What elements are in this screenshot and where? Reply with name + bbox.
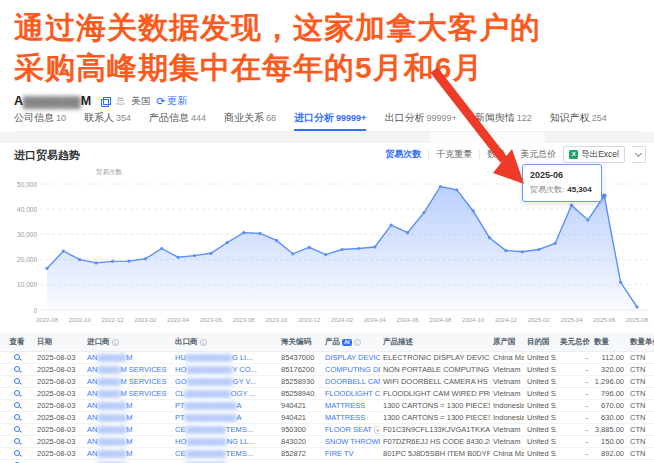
svg-text:2023-04: 2023-04 — [167, 317, 190, 323]
unit-cell: CTN — [627, 376, 654, 387]
origin-cell: Indonesia — [490, 400, 524, 411]
magnifier-icon[interactable] — [14, 450, 20, 456]
exporter-prefix: HU — [175, 353, 186, 362]
column-header-2[interactable]: 进口商i — [84, 333, 172, 351]
column-header-9[interactable]: 美元总价 — [557, 333, 591, 351]
exporter-link[interactable]: HO▇▇▇▇▇▇▇NG LL... — [172, 436, 278, 447]
svg-text:2023-08: 2023-08 — [233, 317, 256, 323]
quantity-cell: 112.00 — [591, 352, 627, 363]
tab-进口分析[interactable]: 进口分析99999+ — [294, 111, 366, 131]
importer-prefix: AN — [87, 413, 97, 422]
column-header-6[interactable]: 产品描述 — [380, 333, 490, 351]
tab-商业关系[interactable]: 商业关系68 — [224, 111, 276, 131]
table-row: 2025-08-03AN▇▇▇▇▇MPT▇▇▇▇▇▇▇▇▇A940421MATT… — [0, 412, 654, 424]
importer-link[interactable]: AN▇▇▇▇M SERVICES — [84, 376, 172, 387]
exporter-link[interactable]: CE▇▇▇▇▇▇▇TEMS... — [172, 424, 278, 435]
company-name-blurred: ▇▇▇▇▇▇ — [23, 94, 81, 109]
importer-link[interactable]: AN▇▇▇▇▇M — [84, 424, 172, 435]
exporter-link[interactable]: GO▇▇▇▇▇▇▇▇GY V... — [172, 376, 278, 387]
magnifier-icon[interactable] — [14, 378, 20, 384]
product-link[interactable]: FLOOR SEAT+3 — [322, 424, 380, 435]
column-header-7[interactable]: 原产国 — [490, 333, 524, 351]
importer-blurred: ▇▇▇▇▇ — [97, 425, 126, 434]
product-link[interactable]: COMPUTING DEVICE — [322, 364, 380, 375]
product-link[interactable]: SNOW THROWER — [322, 436, 380, 447]
origin-cell: China Ma... — [490, 352, 524, 363]
copy-icon[interactable] — [101, 97, 110, 106]
magnifier-icon[interactable] — [14, 354, 20, 360]
tab-公司信息[interactable]: 公司信息10 — [14, 111, 66, 131]
magnifier-icon[interactable] — [14, 402, 20, 408]
exporter-suffix: Y CO... — [232, 365, 256, 374]
svg-text:2022-10: 2022-10 — [69, 317, 92, 323]
exporter-suffix: TEMS... — [226, 449, 253, 458]
usd-total-cell: - — [557, 364, 591, 375]
column-header-5[interactable]: 产品AIi — [322, 333, 380, 351]
column-header-0[interactable]: 查看 — [0, 333, 34, 351]
tooltip-label: 贸易次数: — [530, 185, 564, 194]
exporter-link[interactable]: PT▇▇▇▇▇▇▇▇▇A — [172, 412, 278, 423]
importer-suffix: M SERVICES — [121, 389, 167, 398]
hs-code-cell: 852872 — [278, 448, 322, 459]
tab-出口分析[interactable]: 出口分析99999+ — [384, 111, 456, 131]
product-link[interactable]: DISPLAY DEVICE — [322, 352, 380, 363]
product-link[interactable]: DOORBELL CAMERA — [322, 376, 380, 387]
magnifier-icon[interactable] — [14, 414, 20, 420]
description-cell: ELECTRONIC DISPLAY DEVICE HTS CODE 8... — [380, 352, 490, 363]
hs-code-cell: 940421 — [278, 412, 322, 423]
importer-link[interactable]: AN▇▇▇▇▇M — [84, 448, 172, 459]
exporter-prefix: PT — [175, 401, 185, 410]
column-header-3[interactable]: 出口商i — [172, 333, 278, 351]
tab-产品信息[interactable]: 产品信息444 — [149, 111, 206, 131]
product-link[interactable]: FLOODLIGHT CAM — [322, 388, 380, 399]
magnifier-icon[interactable] — [14, 426, 20, 432]
refresh-icon: ⟳ — [156, 96, 165, 106]
refresh-button[interactable]: ⟳更新 — [156, 94, 187, 108]
tab-知识产权[interactable]: 知识产权254 — [550, 111, 607, 131]
quantity-cell: 150.00 — [591, 436, 627, 447]
exporter-link[interactable]: CL▇▇▇▇▇▇▇▇OGY ... — [172, 388, 278, 399]
tab-联系人[interactable]: 联系人354 — [84, 111, 131, 131]
importer-link[interactable]: AN▇▇▇▇M SERVICES — [84, 364, 172, 375]
description-cell: 1300 CARTONS = 1300 PIECES OF MATTRES... — [380, 400, 490, 411]
tab-新闻舆情[interactable]: 新闻舆情122 — [475, 111, 532, 131]
importer-link[interactable]: AN▇▇▇▇▇M — [84, 436, 172, 447]
importer-prefix: AN — [87, 401, 97, 410]
quantity-cell: 892.00 — [591, 448, 627, 459]
usd-total-cell: - — [557, 352, 591, 363]
usd-total-cell: - — [557, 400, 591, 411]
exporter-suffix: A — [237, 401, 242, 410]
usd-total-cell: - — [557, 424, 591, 435]
product-link[interactable]: MATTRESS — [322, 412, 380, 423]
description-cell: 801PC 5J8D5SBH ITEM B0DYR3D7Q2H3SEN... — [380, 448, 490, 459]
unit-cell: CTN — [627, 424, 654, 435]
table-row: 2025-08-03AN▇▇▇▇M SERVICESGO▇▇▇▇▇▇▇▇GY V… — [0, 376, 654, 388]
magnifier-icon[interactable] — [14, 390, 20, 396]
exporter-prefix: CE — [175, 449, 185, 458]
view-cell — [0, 364, 34, 375]
hq-icon: 总 — [116, 95, 125, 108]
table-row: 2025-08-03AN▇▇▇▇▇MCE▇▇▇▇▇▇▇TEMS...950300… — [0, 424, 654, 436]
magnifier-icon[interactable] — [14, 438, 20, 444]
column-header-10[interactable]: 数量 — [591, 333, 627, 351]
column-header-1[interactable]: 日期 — [34, 333, 84, 351]
importer-link[interactable]: AN▇▇▇▇▇M — [84, 400, 172, 411]
column-header-11[interactable]: 数量单位 — [627, 333, 654, 351]
product-link[interactable]: FIRE TV — [322, 448, 380, 459]
column-header-4[interactable]: 海关编码 — [278, 333, 322, 351]
product-link[interactable]: MATTRESS — [322, 400, 380, 411]
column-header-label: 数量 — [594, 333, 609, 351]
importer-link[interactable]: AN▇▇▇▇▇M — [84, 412, 172, 423]
exporter-link[interactable]: HU▇▇▇▇▇▇▇▇G LI... — [172, 352, 278, 363]
tab-count: 354 — [116, 113, 131, 123]
exporter-link[interactable]: CE▇▇▇▇▇▇▇TEMS... — [172, 448, 278, 459]
exporter-link[interactable]: PT▇▇▇▇▇▇▇▇▇A — [172, 400, 278, 411]
exporter-link[interactable]: HO▇▇▇▇▇▇▇▇Y CO... — [172, 364, 278, 375]
magnifier-icon[interactable] — [14, 366, 20, 372]
exporter-blurred: ▇▇▇▇▇▇▇▇▇ — [185, 401, 237, 410]
importer-link[interactable]: AN▇▇▇▇M SERVICES — [84, 388, 172, 399]
column-header-8[interactable]: 目的国 — [524, 333, 557, 351]
description-cell: FLOODLIGHT CAM WIRED PRO/KNIGHT US B... — [380, 388, 490, 399]
exporter-blurred: ▇▇▇▇▇▇▇▇ — [185, 389, 231, 398]
importer-link[interactable]: AN▇▇▇▇▇M — [84, 352, 172, 363]
